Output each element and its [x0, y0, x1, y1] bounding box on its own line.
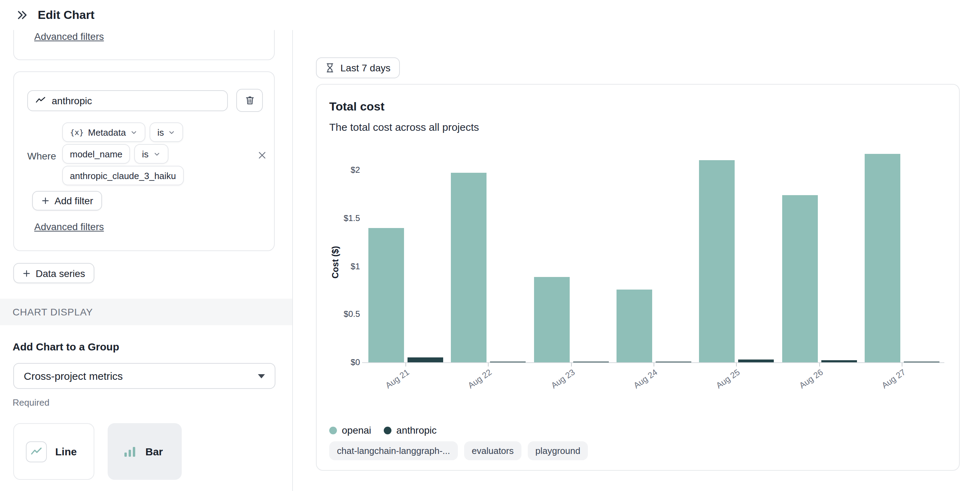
- trash-icon: [244, 95, 255, 105]
- double-chevron-right-icon[interactable]: [15, 8, 29, 22]
- chart-preview-card: Total cost The total cost across all pro…: [316, 84, 960, 471]
- edit-chart-page: Edit Chart Advanced filters Where: [0, 0, 980, 491]
- x-axis-label: Aug 22: [448, 367, 494, 403]
- chart-display-section-header: CHART DISPLAY: [0, 299, 293, 325]
- legend-item-anthropic[interactable]: anthropic: [384, 424, 436, 436]
- advanced-filters-link-1[interactable]: Advanced filters: [34, 31, 104, 42]
- bar-anthropic-aug-22[interactable]: [490, 361, 526, 362]
- x-tick: [819, 363, 819, 367]
- series-name-input-wrap: [27, 90, 228, 111]
- bar-openai-aug-21[interactable]: [368, 228, 404, 362]
- plus-icon: [22, 269, 31, 277]
- chevron-down-icon: [153, 150, 161, 158]
- add-data-series-button[interactable]: Data series: [13, 263, 94, 283]
- filter-key-label: model_name: [70, 148, 123, 159]
- required-hint: Required: [13, 397, 49, 408]
- add-filter-button[interactable]: Add filter: [32, 191, 102, 210]
- y-tick-label: $0: [325, 357, 360, 368]
- x-axis-label: Aug 21: [365, 367, 411, 403]
- braces-x-icon: {x}: [70, 128, 84, 137]
- hourglass-icon: [325, 63, 335, 73]
- date-range-label: Last 7 days: [340, 62, 390, 73]
- bar-anthropic-aug-23[interactable]: [573, 362, 608, 362]
- filter-operator-label-2: is: [142, 148, 148, 159]
- bar-openai-aug-26[interactable]: [782, 195, 818, 362]
- filter-operator-dropdown-2[interactable]: is: [134, 144, 168, 164]
- dropdown-caret-icon: [258, 374, 265, 378]
- legend-item-openai[interactable]: openai: [329, 424, 371, 436]
- y-tick-label: $1: [325, 261, 360, 272]
- project-tag[interactable]: playground: [528, 442, 588, 460]
- advanced-filters-link-2[interactable]: Advanced filters: [34, 221, 104, 232]
- project-tag[interactable]: chat-langchain-langgraph-...: [329, 442, 458, 460]
- x-axis-label: Aug 26: [779, 367, 824, 403]
- filter-field-label: Metadata: [88, 127, 126, 137]
- filter-operator-dropdown-1[interactable]: is: [150, 123, 183, 142]
- bar-openai-aug-24[interactable]: [617, 289, 652, 362]
- bar-option-label: Bar: [145, 446, 163, 458]
- x-tick: [902, 363, 902, 367]
- filter-key-chip[interactable]: model_name: [62, 144, 130, 164]
- x-tick: [736, 363, 737, 367]
- series-name-input[interactable]: [52, 95, 221, 106]
- filter-value-chip[interactable]: anthropic_claude_3_haiku: [62, 166, 184, 185]
- section-header-label: CHART DISPLAY: [13, 306, 93, 317]
- project-tags: chat-langchain-langgraph-...evaluatorspl…: [329, 442, 588, 460]
- filter-field-dropdown[interactable]: {x} Metadata: [62, 123, 145, 142]
- where-label: Where: [27, 150, 56, 161]
- series-card-anthropic: Where {x} Metadata is model_name: [13, 71, 275, 251]
- y-tick-label: $1.5: [325, 213, 360, 224]
- chart-legend: openaianthropic: [329, 424, 436, 436]
- delete-series-button[interactable]: [236, 89, 263, 112]
- x-axis-label: Aug 23: [531, 367, 577, 403]
- remove-filter-button[interactable]: [256, 149, 269, 161]
- bar-openai-aug-22[interactable]: [451, 173, 487, 362]
- page-header: Edit Chart: [0, 0, 980, 30]
- x-tick: [406, 363, 406, 367]
- x-tick: [571, 363, 571, 367]
- plus-icon: [41, 196, 49, 205]
- chart-type-bar-option-selected[interactable]: Bar: [108, 423, 182, 480]
- chart-title: Total cost: [329, 100, 385, 114]
- bar-openai-aug-25[interactable]: [699, 161, 735, 362]
- filter-value-label: anthropic_claude_3_haiku: [70, 170, 176, 181]
- bar-anthropic-aug-21[interactable]: [407, 357, 443, 362]
- group-select[interactable]: Cross-project metrics: [13, 363, 275, 389]
- x-axis-label: Aug 27: [862, 367, 907, 403]
- group-select-value: Cross-project metrics: [24, 370, 123, 382]
- first-series-card-clipped: Advanced filters: [13, 30, 275, 60]
- bar-anthropic-aug-27[interactable]: [904, 362, 939, 362]
- chart-subtitle: The total cost across all projects: [329, 121, 479, 133]
- x-tick: [654, 363, 654, 367]
- x-axis-label: Aug 24: [613, 367, 659, 403]
- trend-line-icon: [35, 95, 46, 106]
- close-icon: [257, 150, 267, 160]
- project-tag[interactable]: evaluators: [464, 442, 522, 460]
- line-option-label: Line: [55, 446, 77, 458]
- bar-openai-aug-23[interactable]: [534, 277, 570, 362]
- y-tick-label: $0.5: [325, 309, 360, 320]
- filter-operator-label-1: is: [157, 127, 164, 137]
- x-tick: [488, 363, 489, 367]
- legend-dot: [384, 426, 391, 434]
- edit-chart-sidebar: Advanced filters Where {x} Metadata: [0, 30, 293, 491]
- add-filter-label: Add filter: [54, 195, 93, 206]
- chevron-down-icon: [168, 128, 176, 136]
- bar-openai-aug-27[interactable]: [865, 153, 900, 362]
- add-data-series-label: Data series: [36, 268, 85, 279]
- page-title: Edit Chart: [38, 8, 94, 22]
- chart-type-line-option[interactable]: Line: [13, 423, 94, 480]
- legend-label: openai: [342, 424, 371, 436]
- bar-anthropic-aug-25[interactable]: [738, 360, 774, 362]
- y-tick-label: $2: [325, 164, 360, 175]
- chevron-down-icon: [130, 128, 138, 136]
- bar-anthropic-aug-26[interactable]: [821, 360, 857, 362]
- x-axis-label: Aug 25: [696, 367, 742, 403]
- line-chart-icon: [26, 441, 47, 462]
- date-range-button[interactable]: Last 7 days: [316, 57, 399, 78]
- bar-chart-icon: [123, 445, 137, 459]
- filter-chips: {x} Metadata is model_name is: [62, 123, 184, 185]
- bar-anthropic-aug-24[interactable]: [655, 362, 691, 362]
- add-chart-group-label: Add Chart to a Group: [13, 341, 119, 352]
- legend-label: anthropic: [396, 424, 436, 436]
